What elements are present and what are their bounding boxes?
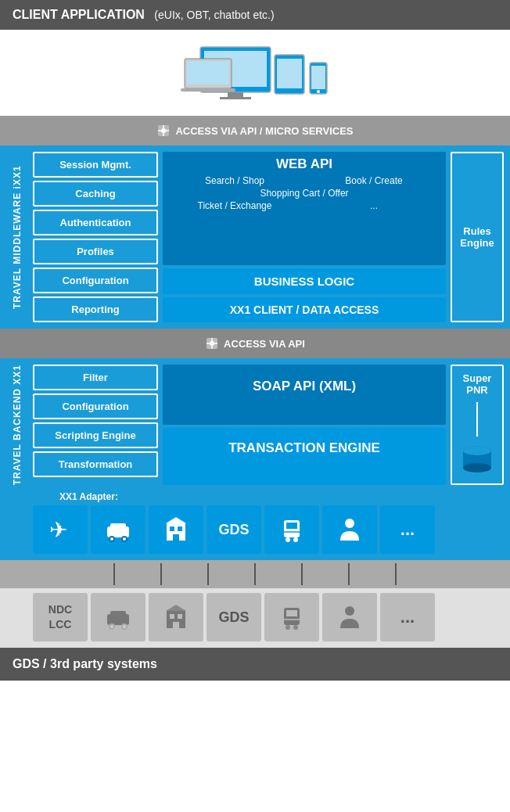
soap-api-box: SOAP API (XML) [163, 365, 446, 425]
adapter-icon-ellipsis: ... [380, 505, 435, 554]
ticket-exchange-label: Ticket / Exchange [169, 200, 300, 211]
svg-rect-38 [173, 534, 179, 541]
provider-icon-person [322, 593, 377, 641]
search-shop-label: Search / Shop [169, 175, 300, 186]
car-icon [104, 516, 132, 544]
connector-line-4 [254, 563, 256, 585]
middleware-center-panel: WEB API Search / Shop Book / Create Shop… [163, 152, 446, 322]
svg-point-33 [110, 537, 113, 541]
business-logic-box: BUSINESS LOGIC [163, 268, 446, 294]
svg-point-27 [463, 446, 491, 455]
svg-rect-54 [178, 614, 182, 619]
client-app-header: CLIENT APPLICATION (eUIx, OBT, chatbot e… [0, 0, 510, 30]
database-icon [460, 443, 494, 477]
adapter-icons-row: ✈ [33, 505, 504, 554]
middleware-left-panel: Session Mgmt. Caching Authentication Pro… [33, 152, 158, 322]
provider-icon-hotel [149, 593, 203, 641]
svg-marker-56 [166, 605, 186, 611]
svg-point-34 [123, 537, 126, 541]
rules-engine-box: Rules Engine [451, 152, 504, 322]
access-banner-2-text: ACCESS VIA API [224, 338, 305, 350]
adapter-label-col [6, 491, 28, 554]
authentication-btn[interactable]: Authentication [33, 210, 158, 235]
svg-point-50 [110, 625, 113, 628]
svg-point-13 [161, 128, 166, 133]
svg-rect-3 [220, 97, 251, 99]
book-create-label: Book / Create [308, 175, 440, 186]
transformation-btn[interactable]: Transformation [33, 451, 158, 477]
adapter-icon-hotel [149, 505, 203, 554]
provider-icon-car [91, 593, 145, 641]
svg-rect-37 [178, 526, 182, 531]
svg-point-45 [345, 519, 354, 528]
provider-icon-ellipsis: ... [380, 593, 435, 641]
svg-rect-55 [173, 622, 179, 628]
device-icons [177, 43, 333, 106]
data-access-box: XX1 CLIENT / DATA ACCESS [163, 297, 446, 322]
client-app-title: CLIENT APPLICATION [13, 8, 145, 21]
client-app-subtitle: (eUIx, OBT, chatbot etc.) [154, 9, 274, 21]
svg-rect-2 [228, 92, 243, 97]
configuration-btn[interactable]: Configuration [33, 268, 158, 293]
svg-rect-8 [277, 59, 302, 88]
connector-line-6 [348, 563, 350, 585]
provider-train-icon [278, 603, 306, 631]
pnr-connector [476, 402, 478, 437]
access-banner-2: ACCESS VIA API [0, 329, 510, 358]
svg-rect-47 [110, 611, 126, 619]
svg-rect-41 [286, 523, 297, 529]
device-area [0, 30, 510, 116]
middleware-label: TRAVEL MIDDLEWARE iXX1 [6, 152, 28, 322]
web-api-title: WEB API [169, 156, 440, 172]
adapter-icon-gds: GDS [207, 505, 261, 554]
tx-engine-box: TRANSACTION ENGINE [163, 428, 446, 485]
svg-rect-53 [170, 614, 174, 619]
svg-rect-10 [311, 66, 325, 89]
svg-point-59 [286, 625, 290, 630]
adapter-icon-car [91, 505, 145, 554]
provider-hotel-icon [162, 603, 190, 631]
svg-rect-30 [110, 523, 126, 531]
svg-marker-39 [166, 517, 186, 523]
profiles-btn[interactable]: Profiles [33, 239, 158, 264]
svg-point-26 [463, 463, 491, 472]
caching-btn[interactable]: Caching [33, 181, 158, 207]
provider-icon-ndc: NDC LCC [33, 593, 88, 641]
connector-line-1 [113, 563, 115, 585]
gds-footer: GDS / 3rd party systems [0, 648, 510, 681]
web-api-grid: Search / Shop Book / Create Shopping Car… [169, 175, 440, 211]
backend-center-panel: SOAP API (XML) TRANSACTION ENGINE [163, 365, 446, 485]
reporting-btn[interactable]: Reporting [33, 296, 158, 322]
svg-point-11 [317, 90, 320, 93]
provider-icon-train [264, 593, 319, 641]
svg-point-60 [293, 625, 298, 630]
provider-person-icon [336, 603, 364, 631]
adapter-icon-plane: ✈ [33, 505, 88, 554]
adapter-area: XX1 Adapter: ✈ [0, 491, 510, 560]
backend-config-btn[interactable]: Configuration [33, 393, 158, 419]
scripting-engine-btn[interactable]: Scripting Engine [33, 422, 158, 448]
access-banner-1: ACCESS VIA API / MICRO SERVICES [0, 116, 510, 146]
backend-section: TRAVEL BACKEND XX1 Filter Configuration … [0, 358, 510, 491]
super-pnr-box: Super PNR [451, 365, 504, 485]
adapter-icon-person [322, 505, 377, 554]
api-icon-1 [156, 124, 171, 138]
plane-icon: ✈ [46, 516, 74, 544]
svg-text:✈: ✈ [49, 518, 67, 542]
provider-icon-gds: GDS [207, 593, 261, 641]
middleware-section: TRAVEL MIDDLEWARE iXX1 Session Mgmt. Cac… [0, 146, 510, 329]
svg-point-62 [345, 606, 354, 616]
person-icon [336, 516, 364, 544]
svg-point-43 [293, 537, 298, 542]
provider-area: NDC LCC GDS [0, 588, 510, 648]
connector-line-5 [301, 563, 303, 585]
hotel-icon [162, 516, 190, 544]
svg-rect-36 [170, 526, 174, 531]
svg-rect-58 [286, 610, 297, 616]
filter-btn[interactable]: Filter [33, 365, 158, 390]
adapter-icon-train [264, 505, 319, 554]
connector-area [0, 560, 510, 588]
session-mgmt-btn[interactable]: Session Mgmt. [33, 152, 158, 178]
train-icon [278, 516, 306, 544]
svg-rect-5 [187, 61, 229, 84]
